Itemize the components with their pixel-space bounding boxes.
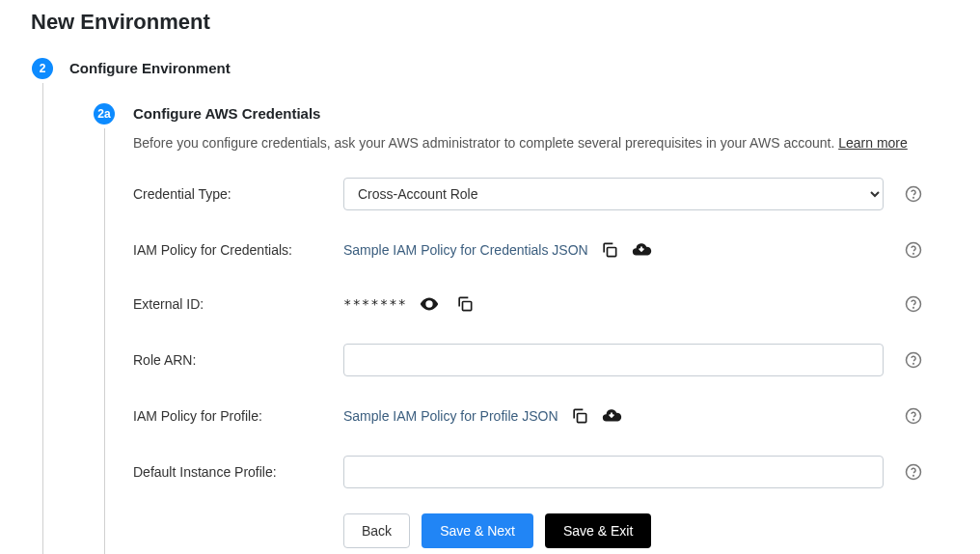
substep-intro: Before you configure credentials, ask yo…	[133, 135, 949, 151]
iam-policy-profile-label: IAM Policy for Profile:	[133, 408, 343, 424]
substep-connector-line	[104, 128, 105, 554]
step-number-badge: 2	[32, 58, 53, 79]
svg-rect-11	[577, 414, 585, 423]
iam-policy-credentials-label: IAM Policy for Credentials:	[133, 242, 343, 258]
help-icon[interactable]	[905, 407, 922, 425]
save-exit-button[interactable]: Save & Exit	[545, 513, 651, 548]
substep-number-badge: 2a	[94, 103, 115, 125]
svg-point-4	[913, 253, 914, 254]
copy-icon[interactable]	[455, 294, 475, 314]
help-icon[interactable]	[905, 241, 922, 259]
cloud-download-icon[interactable]	[601, 405, 622, 427]
iam-policy-profile-link[interactable]: Sample IAM Policy for Profile JSON	[343, 408, 558, 424]
help-icon[interactable]	[905, 463, 922, 481]
role-arn-label: Role ARN:	[133, 352, 343, 368]
svg-point-13	[913, 419, 914, 420]
help-icon[interactable]	[905, 295, 922, 313]
substep-title: Configure AWS Credentials	[133, 105, 949, 122]
default-instance-profile-label: Default Instance Profile:	[133, 464, 343, 480]
help-icon[interactable]	[905, 351, 922, 369]
svg-rect-6	[463, 302, 472, 311]
eye-icon[interactable]	[419, 293, 440, 315]
learn-more-link[interactable]: Learn more	[838, 135, 908, 151]
credential-type-select[interactable]: Cross-Account Role	[343, 178, 884, 210]
intro-text: Before you configure credentials, ask yo…	[133, 135, 838, 151]
external-id-label: External ID:	[133, 296, 343, 312]
step-connector-line	[42, 83, 43, 554]
svg-rect-2	[607, 248, 615, 257]
cloud-download-icon[interactable]	[631, 239, 652, 261]
svg-point-1	[913, 197, 914, 198]
role-arn-input[interactable]	[343, 344, 884, 376]
page-title: New Environment	[31, 10, 949, 35]
save-next-button[interactable]: Save & Next	[422, 513, 533, 548]
iam-policy-credentials-link[interactable]: Sample IAM Policy for Credentials JSON	[343, 242, 588, 258]
svg-point-10	[913, 363, 914, 364]
copy-icon[interactable]	[600, 240, 619, 260]
svg-point-5	[427, 302, 431, 306]
copy-icon[interactable]	[570, 406, 589, 426]
help-icon[interactable]	[905, 185, 922, 203]
svg-point-8	[913, 307, 914, 308]
svg-point-15	[913, 475, 914, 476]
credential-type-label: Credential Type:	[133, 186, 343, 202]
default-instance-profile-input[interactable]	[343, 456, 884, 488]
step-title: Configure Environment	[69, 60, 949, 76]
back-button[interactable]: Back	[343, 513, 410, 548]
external-id-value: *******	[343, 296, 407, 312]
